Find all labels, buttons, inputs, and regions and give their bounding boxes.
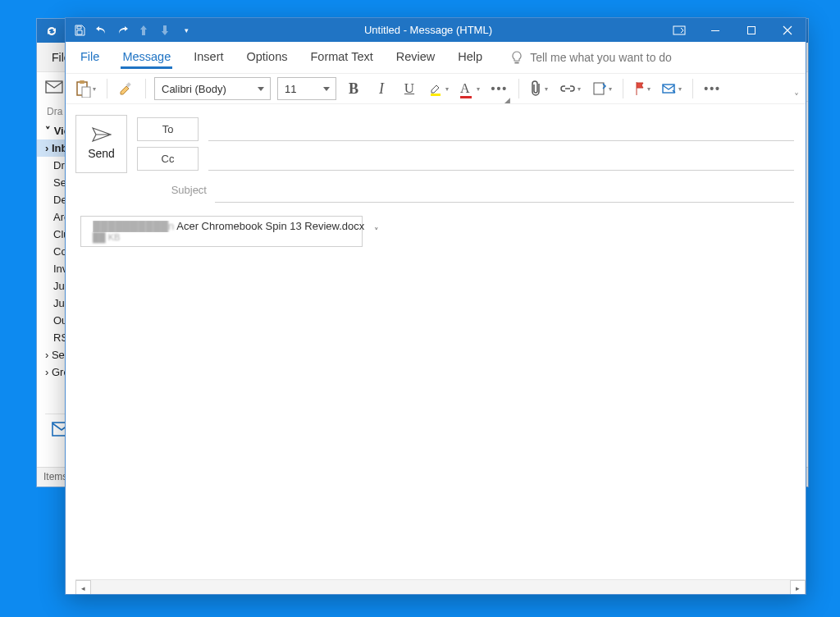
scroll-right-icon[interactable]: ▸ — [790, 580, 806, 594]
tab-message[interactable]: Message — [111, 45, 182, 71]
font-size-dropdown[interactable]: 11 — [277, 77, 336, 100]
horizontal-scrollbar[interactable]: ◂ ▸ — [75, 579, 806, 594]
more-commands-button[interactable]: ••• — [701, 78, 724, 99]
italic-button[interactable]: I — [371, 78, 392, 99]
subject-input[interactable] — [215, 177, 794, 203]
font-color-button[interactable]: A ▾ — [458, 78, 482, 99]
ribbon-toolbar: ▾ Calibri (Body) 11 B I U ▾ A ▾ ••• ◢ ▾ … — [66, 74, 806, 104]
svg-rect-0 — [46, 81, 62, 93]
to-input[interactable] — [208, 117, 794, 141]
follow-up-button[interactable]: ▾ — [632, 78, 653, 99]
subject-label: Subject — [75, 184, 215, 196]
ribbon-display-options-icon[interactable] — [661, 18, 697, 42]
attachment-dropdown-icon[interactable]: ˅ — [371, 223, 382, 240]
minimize-icon[interactable] — [697, 18, 733, 42]
tell-me-search[interactable]: Tell me what you want to do — [510, 51, 672, 64]
svg-rect-7 — [82, 87, 90, 98]
svg-rect-10 — [594, 83, 604, 94]
svg-rect-4 — [748, 26, 756, 34]
down-icon — [156, 21, 174, 39]
assign-policy-button[interactable]: ▾ — [660, 78, 684, 99]
sync-icon[interactable] — [45, 25, 58, 38]
font-dialog-launcher-icon[interactable]: ◢ — [504, 96, 510, 104]
svg-rect-3 — [711, 30, 719, 31]
mail-icon[interactable] — [45, 80, 63, 94]
redo-icon[interactable] — [113, 21, 131, 39]
tab-file[interactable]: File — [69, 45, 111, 71]
compose-window: ▾ Untitled - Message (HTML) File Message… — [66, 18, 806, 594]
cc-input[interactable] — [208, 146, 794, 171]
compose-title-bar[interactable]: ▾ Untitled - Message (HTML) — [66, 18, 806, 42]
signature-button[interactable]: ▾ — [590, 78, 614, 99]
highlight-button[interactable]: ▾ — [427, 78, 451, 99]
tab-options[interactable]: Options — [235, 45, 299, 71]
save-icon[interactable] — [71, 21, 89, 39]
collapse-ribbon-icon[interactable]: ˅ — [794, 92, 799, 103]
underline-button[interactable]: U — [399, 78, 420, 99]
svg-rect-9 — [431, 94, 441, 96]
maximize-icon[interactable] — [733, 18, 769, 42]
paste-button[interactable]: ▾ — [72, 78, 98, 99]
window-title: Untitled - Message (HTML) — [195, 24, 661, 36]
compose-body: Send To Cc Subject ██████████n Acer Chro… — [66, 104, 806, 594]
format-painter-button[interactable] — [116, 78, 137, 99]
scroll-track[interactable] — [91, 580, 790, 594]
tab-format-text[interactable]: Format Text — [299, 45, 384, 71]
message-body-editor[interactable] — [75, 247, 806, 579]
link-button[interactable]: ▾ — [557, 78, 583, 99]
scroll-left-icon[interactable]: ◂ — [75, 580, 91, 594]
undo-icon[interactable] — [92, 21, 110, 39]
qa-customize-icon[interactable]: ▾ — [177, 21, 195, 39]
to-button[interactable]: To — [137, 117, 199, 141]
cc-button[interactable]: Cc — [137, 147, 199, 171]
svg-rect-6 — [80, 80, 84, 84]
attachment-chip[interactable]: ██████████n Acer Chromebook Spin 13 Revi… — [80, 216, 363, 247]
attach-file-button[interactable]: ▾ — [527, 78, 550, 99]
font-family-dropdown[interactable]: Calibri (Body) — [154, 77, 271, 100]
tab-review[interactable]: Review — [385, 45, 447, 71]
svg-rect-11 — [663, 85, 674, 93]
close-icon[interactable] — [769, 18, 806, 42]
send-label: Send — [88, 147, 115, 160]
attachment-name: ██████████n Acer Chromebook Spin 13 Revi… — [93, 221, 364, 232]
tab-help[interactable]: Help — [446, 45, 494, 71]
up-icon — [135, 21, 153, 39]
tell-me-label: Tell me what you want to do — [530, 51, 672, 64]
ribbon-tabs: File Message Insert Options Format Text … — [66, 42, 806, 74]
send-button[interactable]: Send — [75, 115, 127, 173]
bulb-icon — [510, 51, 523, 64]
attachment-size: ██ KB — [93, 232, 364, 242]
bold-button[interactable]: B — [343, 78, 364, 99]
tab-insert[interactable]: Insert — [182, 45, 235, 71]
send-icon — [92, 127, 112, 142]
